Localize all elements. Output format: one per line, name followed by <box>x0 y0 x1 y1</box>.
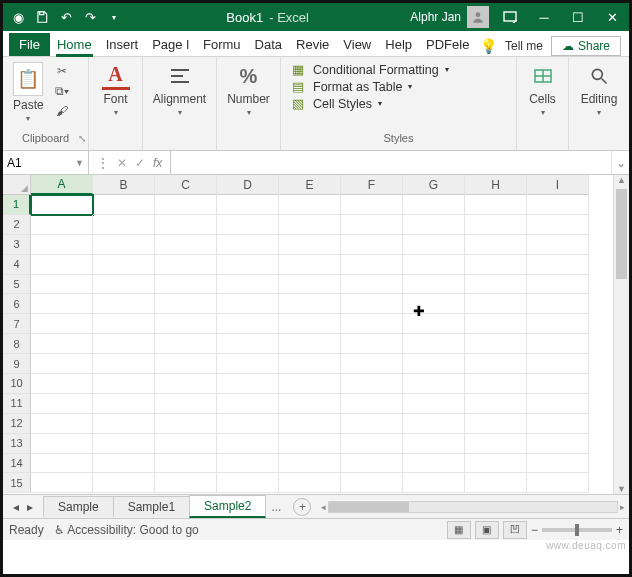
autosave-icon[interactable]: ◉ <box>7 6 29 28</box>
conditional-formatting-button[interactable]: ▦Conditional Formatting▾ <box>289 62 449 77</box>
row-header[interactable]: 10 <box>3 374 31 394</box>
window-title: Book1 - Excel <box>125 10 410 25</box>
row-header[interactable]: 9 <box>3 354 31 374</box>
redo-icon[interactable]: ↷ <box>79 6 101 28</box>
minimize-icon[interactable]: ─ <box>527 3 561 31</box>
row-header[interactable]: 7 <box>3 314 31 334</box>
column-header[interactable]: H <box>465 175 527 195</box>
chevron-down-icon: ▾ <box>247 108 251 117</box>
select-all-corner[interactable]: ◢ <box>3 175 31 195</box>
zoom-out-icon[interactable]: − <box>531 523 538 537</box>
row-header[interactable]: 15 <box>3 473 31 493</box>
cells-button[interactable]: Cells ▾ <box>523 60 563 119</box>
sheet-tab-sample1[interactable]: Sample1 <box>113 496 190 517</box>
page-layout-view-icon[interactable]: ▣ <box>475 521 499 539</box>
row-header[interactable]: 12 <box>3 414 31 434</box>
tab-help[interactable]: Help <box>378 33 419 56</box>
accessibility-icon: ♿︎ <box>54 523 65 537</box>
vertical-scrollbar[interactable]: ▲ ▼ <box>613 175 629 494</box>
chevron-down-icon: ▾ <box>597 108 601 117</box>
tab-view[interactable]: View <box>336 33 378 56</box>
expand-formula-bar-icon[interactable]: ⌄ <box>611 151 629 174</box>
conditional-formatting-icon: ▦ <box>289 62 307 77</box>
sheet-nav-next-icon[interactable]: ▸ <box>27 500 33 514</box>
tab-data[interactable]: Data <box>248 33 289 56</box>
cancel-formula-icon[interactable]: ✕ <box>117 156 127 170</box>
page-break-view-icon[interactable]: 凹 <box>503 521 527 539</box>
sheet-tab-sample[interactable]: Sample <box>43 496 114 517</box>
column-header[interactable]: F <box>341 175 403 195</box>
add-sheet-icon[interactable]: + <box>293 498 311 516</box>
zoom-slider[interactable] <box>542 528 612 532</box>
formula-input[interactable] <box>171 151 611 174</box>
column-header[interactable]: A <box>31 175 93 195</box>
row-header[interactable]: 4 <box>3 255 31 275</box>
cell-styles-button[interactable]: ▧Cell Styles▾ <box>289 96 449 111</box>
editing-button[interactable]: Editing ▾ <box>575 60 624 119</box>
accessibility-status[interactable]: ♿︎ Accessibility: Good to go <box>54 523 199 537</box>
tab-insert[interactable]: Insert <box>99 33 146 56</box>
chevron-down-icon: ▾ <box>26 114 30 123</box>
maximize-icon[interactable]: ☐ <box>561 3 595 31</box>
name-box-input[interactable] <box>7 156 57 170</box>
tab-page-layout[interactable]: Page l <box>145 33 196 56</box>
status-ready: Ready <box>9 523 44 537</box>
row-header[interactable]: 2 <box>3 215 31 235</box>
ribbon-display-options-icon[interactable] <box>493 3 527 31</box>
tab-formulas[interactable]: Formu <box>196 33 248 56</box>
format-painter-icon[interactable]: 🖌 <box>52 102 72 120</box>
alignment-button[interactable]: Alignment ▾ <box>147 60 212 119</box>
svg-rect-0 <box>40 12 44 15</box>
fx-icon[interactable]: fx <box>153 156 162 170</box>
dialog-launcher-icon[interactable]: ⤡ <box>78 133 86 144</box>
svg-rect-2 <box>504 12 516 21</box>
tab-pdfelement[interactable]: PDFele <box>419 33 476 56</box>
row-header[interactable]: 3 <box>3 235 31 255</box>
sheet-tab-sample2[interactable]: Sample2 <box>189 495 266 518</box>
tab-home[interactable]: Home <box>50 33 99 56</box>
save-icon[interactable] <box>31 6 53 28</box>
share-button[interactable]: ☁ Share <box>551 36 621 56</box>
zoom-in-icon[interactable]: + <box>616 523 623 537</box>
sheet-tabs-more[interactable]: ... <box>265 500 287 514</box>
group-label-clipboard: Clipboard <box>22 132 69 144</box>
column-header[interactable]: B <box>93 175 155 195</box>
cell-grid[interactable] <box>31 195 613 493</box>
row-header[interactable]: 8 <box>3 334 31 354</box>
svg-line-10 <box>601 79 606 84</box>
column-header[interactable]: D <box>217 175 279 195</box>
column-header[interactable]: I <box>527 175 589 195</box>
copy-icon[interactable]: ⧉▾ <box>52 82 72 100</box>
font-button[interactable]: A Font ▾ <box>96 60 136 119</box>
user-name: Alphr Jan <box>410 10 461 24</box>
column-header[interactable]: G <box>403 175 465 195</box>
qat-dropdown-icon[interactable]: ▾ <box>103 6 125 28</box>
number-button[interactable]: % Number ▾ <box>221 60 276 119</box>
horizontal-scrollbar[interactable]: ◂ ▸ <box>317 501 629 513</box>
name-box[interactable]: ▼ <box>3 151 89 174</box>
tellme-text[interactable]: Tell me <box>505 39 543 53</box>
row-header[interactable]: 13 <box>3 434 31 454</box>
row-header[interactable]: 1 <box>3 195 31 215</box>
column-header[interactable]: C <box>155 175 217 195</box>
normal-view-icon[interactable]: ▦ <box>447 521 471 539</box>
sheet-nav-prev-icon[interactable]: ◂ <box>13 500 19 514</box>
row-header[interactable]: 11 <box>3 394 31 414</box>
row-header[interactable]: 6 <box>3 294 31 314</box>
tab-review[interactable]: Revie <box>289 33 336 56</box>
cut-icon[interactable]: ✂ <box>52 62 72 80</box>
row-header[interactable]: 5 <box>3 275 31 295</box>
tab-file[interactable]: File <box>9 33 50 56</box>
cell-styles-icon: ▧ <box>289 96 307 111</box>
column-header[interactable]: E <box>279 175 341 195</box>
format-as-table-button[interactable]: ▤Format as Table▾ <box>289 79 449 94</box>
accept-formula-icon[interactable]: ✓ <box>135 156 145 170</box>
close-icon[interactable]: ✕ <box>595 3 629 31</box>
undo-icon[interactable]: ↶ <box>55 6 77 28</box>
chevron-down-icon[interactable]: ▼ <box>75 158 84 168</box>
paste-button[interactable]: 📋 Paste ▾ <box>7 60 50 125</box>
row-header[interactable]: 14 <box>3 454 31 474</box>
percent-icon: % <box>235 62 263 90</box>
tellme-bulb-icon[interactable]: 💡 <box>480 38 497 54</box>
user-avatar-icon[interactable] <box>467 6 489 28</box>
